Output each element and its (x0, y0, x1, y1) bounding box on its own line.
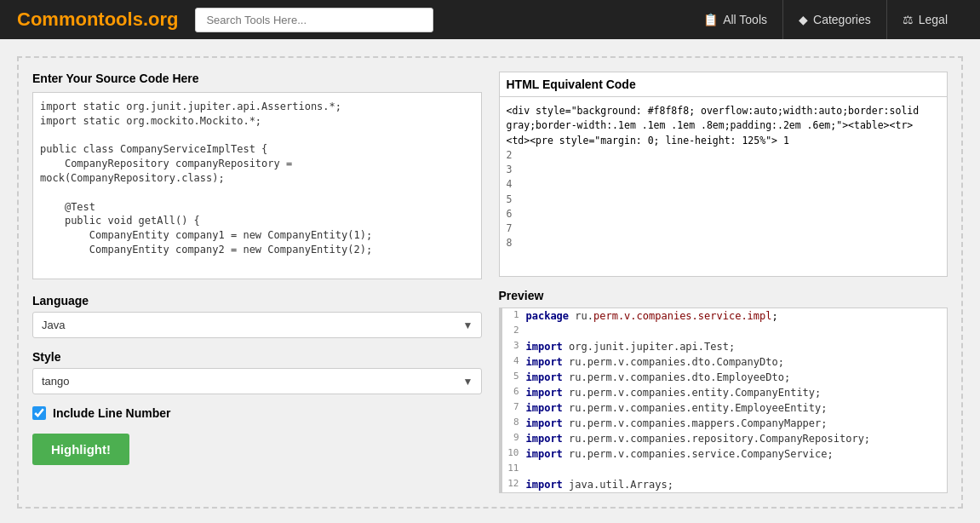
nav-all-tools[interactable]: 📋 All Tools (688, 0, 783, 39)
line-number: 4 (506, 354, 526, 369)
style-label: Style (32, 350, 482, 364)
token-ns: perm.v.companies.service.impl (593, 310, 772, 322)
line-number: 1 (506, 308, 526, 323)
code-text: import java.util.Arrays; (526, 477, 944, 492)
style-select-wrapper: tango default monokai friendly colorful … (32, 368, 482, 394)
nav: 📋 All Tools ◆ Categories ⚖ Legal (688, 0, 963, 39)
table-row: 2 (500, 324, 948, 339)
code-text (526, 462, 944, 477)
table-row: 6import ru.perm.v.companies.entity.Compa… (500, 385, 948, 400)
nav-legal-label: Legal (919, 13, 948, 26)
nav-legal[interactable]: ⚖ Legal (887, 0, 963, 39)
html-equiv-box: HTML Equivalent Code <div style="backgro… (499, 72, 948, 277)
line-number: 8 (506, 416, 526, 430)
line-number: 3 (506, 339, 526, 353)
code-text: import ru.perm.v.companies.entity.Compan… (526, 385, 944, 400)
html-equiv-section: HTML Equivalent Code <div style="backgro… (499, 72, 948, 277)
line-number: 2 (506, 324, 526, 338)
html-equiv-header: HTML Equivalent Code (500, 72, 948, 97)
logo-text: Commontools.org (17, 9, 178, 30)
table-row: 3import org.junit.jupiter.api.Test; (500, 339, 948, 354)
content-wrapper: Enter Your Source Code Here import stati… (17, 56, 963, 509)
code-text: import ru.perm.v.companies.dto.CompanyDt… (526, 354, 944, 370)
token-plain: ru.perm.v.companies.repository.CompanyRe… (563, 433, 870, 445)
code-text: import ru.perm.v.companies.entity.Employ… (526, 400, 944, 416)
token-plain: ru. (569, 310, 593, 322)
nav-categories[interactable]: ◆ Categories (783, 0, 887, 39)
token-plain: ru.perm.v.companies.service.CompanyServi… (563, 448, 834, 460)
code-text: import ru.perm.v.companies.mappers.Compa… (526, 416, 944, 431)
token-plain: ru.perm.v.companies.entity.CompanyEntity… (563, 387, 821, 399)
line-number: 5 (506, 370, 526, 384)
html-equiv-content[interactable]: <div style="background: #f8f8f8; overflo… (500, 97, 948, 276)
table-row: 8import ru.perm.v.companies.mappers.Comp… (500, 416, 948, 431)
token-semi: ; (772, 310, 778, 322)
main: Enter Your Source Code Here import stati… (0, 39, 980, 523)
token-plain: ru.perm.v.companies.mappers.CompanyMappe… (563, 417, 828, 429)
table-row: 4import ru.perm.v.companies.dto.CompanyD… (500, 354, 948, 370)
code-text: package ru.perm.v.companies.service.impl… (526, 308, 944, 324)
clipboard-icon: 📋 (703, 13, 718, 26)
style-select[interactable]: tango default monokai friendly colorful … (32, 368, 482, 394)
token-kw-import: import (526, 417, 563, 429)
line-number: 10 (506, 446, 526, 461)
token-plain: java.util.Arrays; (563, 479, 673, 491)
code-text: import ru.perm.v.companies.dto.EmployeeD… (526, 370, 944, 385)
nav-all-tools-label: All Tools (723, 13, 767, 26)
language-label: Language (32, 294, 482, 307)
token-kw-import: import (526, 356, 563, 368)
code-text: import org.junit.jupiter.api.Test; (526, 339, 944, 354)
preview-section: Preview 1package ru.perm.v.companies.ser… (499, 289, 948, 493)
code-text (526, 324, 944, 339)
token-plain: ru.perm.v.companies.dto.CompanyDto; (563, 356, 784, 368)
left-panel: Enter Your Source Code Here import stati… (32, 72, 482, 493)
nav-categories-label: Categories (813, 13, 871, 26)
token-plain: org.junit.jupiter.api.Test; (563, 341, 735, 353)
table-row: 5import ru.perm.v.companies.dto.Employee… (500, 370, 948, 385)
token-kw-import: import (526, 479, 563, 491)
preview-header: Preview (499, 289, 948, 302)
preview-box[interactable]: 1package ru.perm.v.companies.service.imp… (499, 307, 948, 493)
search-input[interactable] (195, 8, 433, 32)
source-code-textarea[interactable]: import static org.junit.jupiter.api.Asse… (32, 92, 482, 279)
token-kw-package: package (526, 310, 570, 322)
table-row: 11 (500, 462, 948, 477)
source-code-label: Enter Your Source Code Here (32, 72, 482, 85)
line-number: 6 (506, 385, 526, 399)
legal-icon: ⚖ (903, 13, 914, 26)
token-kw-import: import (526, 448, 563, 460)
include-line-number-label[interactable]: Include Line Number (53, 406, 170, 420)
table-row: 9import ru.perm.v.companies.repository.C… (500, 431, 948, 446)
table-row: 1package ru.perm.v.companies.service.imp… (500, 308, 948, 324)
token-plain: ru.perm.v.companies.dto.EmployeeDto; (563, 371, 790, 383)
code-text: import ru.perm.v.companies.repository.Co… (526, 431, 944, 446)
token-kw-import: import (526, 371, 563, 383)
token-kw-import: import (526, 433, 563, 445)
logo[interactable]: Commontools.org (17, 9, 178, 31)
include-line-number-checkbox[interactable] (32, 406, 46, 420)
table-row: 10import ru.perm.v.companies.service.Com… (500, 446, 948, 462)
token-plain: ru.perm.v.companies.entity.EmployeeEntit… (563, 402, 828, 414)
code-text: import ru.perm.v.companies.service.Compa… (526, 446, 944, 462)
token-kw-import: import (526, 387, 563, 399)
line-number: 7 (506, 400, 526, 415)
language-select[interactable]: Java Python JavaScript C++ C# PHP Ruby (32, 312, 482, 338)
include-line-number-row: Include Line Number (32, 406, 482, 420)
token-kw-import: import (526, 341, 563, 353)
line-number: 11 (506, 462, 526, 476)
language-select-wrapper: Java Python JavaScript C++ C# PHP Ruby ▼ (32, 312, 482, 338)
diamond-icon: ◆ (799, 13, 808, 26)
header: Commontools.org 📋 All Tools ◆ Categories… (0, 0, 980, 39)
line-number: 9 (506, 431, 526, 445)
right-panel: HTML Equivalent Code <div style="backgro… (499, 72, 948, 493)
preview-content: 1package ru.perm.v.companies.service.imp… (500, 308, 948, 492)
line-number: 12 (506, 477, 526, 491)
highlight-button[interactable]: Highlight! (32, 434, 129, 465)
token-kw-import: import (526, 402, 563, 414)
table-row: 7import ru.perm.v.companies.entity.Emplo… (500, 400, 948, 416)
table-row: 12import java.util.Arrays; (500, 477, 948, 492)
